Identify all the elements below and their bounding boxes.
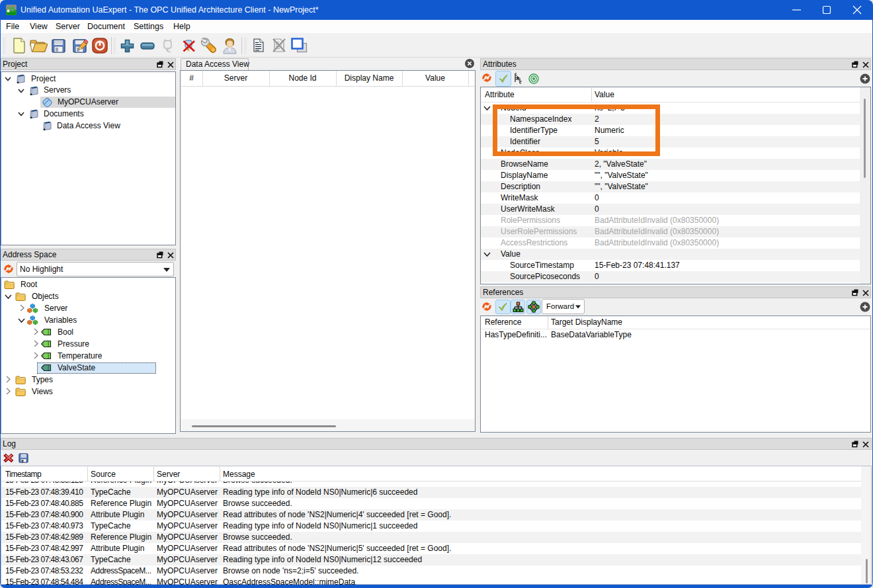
svg-text:expert: expert [7, 12, 16, 15]
